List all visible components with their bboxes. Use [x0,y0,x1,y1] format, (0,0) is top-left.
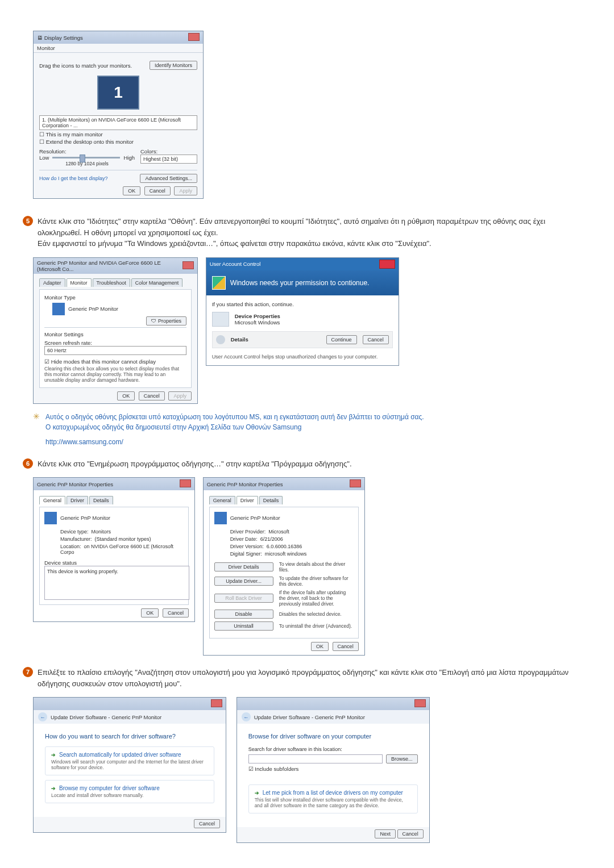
tab-general[interactable]: General [39,496,65,504]
tab-troubleshoot[interactable]: Troubleshoot [93,278,130,287]
device-properties-driver: Generic PnP Monitor Properties General D… [203,477,365,656]
pick-from-list-option[interactable]: ➔Let me pick from a list of device drive… [248,784,418,813]
uac-title: User Account Control [210,261,261,267]
step-6-text: Κάντε κλικ στο "Ενημέρωση προγράμματος ο… [38,458,591,470]
hide-modes-description: Clearing this check box allows you to se… [44,366,186,383]
uac-publisher: Microsoft Windows [235,319,280,326]
info-note: ✳ Αυτός ο οδηγός οθόνης βρίσκεται υπό κα… [33,412,591,447]
step-5-line2: Εάν εμφανιστεί το μήνυμα "Τα Windows χρε… [38,239,432,248]
identify-monitors-button[interactable]: Identify Monitors [150,61,197,70]
dialog-title: Generic PnP Monitor and NVIDIA GeForce 6… [37,260,181,272]
update-driver-button[interactable]: Update Driver... [214,577,273,586]
apply-button: Apply [174,186,197,195]
colors-dropdown[interactable]: Highest (32 bit) [140,155,197,164]
location-label: Search for driver software in this locat… [248,746,418,752]
wizard-heading: Browse for driver software on your compu… [248,733,418,740]
rollback-driver-button: Roll Back Driver [214,594,273,603]
refresh-rate-label: Screen refresh rate: [44,340,186,346]
step-7: 7 Επιλέξτε το πλαίσιο επιλογής "Αναζήτησ… [23,667,591,689]
tab-driver[interactable]: Driver [237,496,258,504]
window-buttons[interactable] [210,699,222,708]
browse-computer-option[interactable]: ➔Browse my computer for driver software … [45,780,214,803]
resolution-slider[interactable]: Low High [39,155,135,161]
refresh-rate-dropdown[interactable]: 60 Hertz [44,346,186,355]
device-status-box: This device is working properly. [44,566,189,600]
device-name: Generic PnP Monitor [60,515,110,521]
ok-button[interactable]: OK [123,186,140,195]
chevron-down-icon[interactable] [216,335,225,344]
samsung-link[interactable]: http://www.samsung.com/ [45,437,591,447]
monitor-icon [44,512,57,524]
monitor-icon [214,512,227,524]
tab-adapter[interactable]: Adapter [39,278,65,287]
step-number-badge: 6 [23,458,33,469]
step-7-text: Επιλέξτε το πλαίσιο επιλογής "Αναζήτηση … [38,667,591,689]
driver-details-button[interactable]: Driver Details [214,562,273,571]
device-status-label: Device status [44,560,184,566]
monitor-properties-dialog: Generic PnP Monitor and NVIDIA GeForce 6… [33,257,198,404]
device-name: Generic PnP Monitor [230,515,280,521]
uac-program-name: Device Properties [235,313,280,319]
tab-details[interactable]: Details [89,496,113,504]
uninstall-button[interactable]: Uninstall [214,621,273,631]
arrow-icon: ➔ [51,786,56,791]
monitor-icon [52,303,65,315]
device-properties-general: Generic PnP Monitor Properties General D… [33,477,195,622]
cancel-button[interactable]: Cancel [363,335,389,344]
ok-button[interactable]: OK [141,608,159,617]
cancel-button[interactable]: Cancel [144,186,171,195]
include-subfolders-checkbox[interactable]: ☑ Include subfolders [248,766,418,772]
location-input[interactable] [248,754,383,763]
monitor-thumbnail[interactable]: 1 [97,76,139,110]
uac-dialog: User Account Control Windows needs your … [206,257,399,366]
note-line2: Ο κατοχυρωμένος οδηγός θα δημοσιευτεί στ… [45,423,301,431]
update-driver-wizard-browse: ← Update Driver Software - Generic PnP M… [237,697,430,843]
uac-details-link[interactable]: Details [231,336,321,343]
window-buttons[interactable] [187,33,200,42]
browse-button[interactable]: Browse... [386,754,418,763]
continue-button[interactable]: Continue [326,335,357,344]
uac-message: Windows needs your permission to contion… [230,279,370,287]
search-automatically-option[interactable]: ➔Search automatically for updated driver… [45,746,214,775]
window-buttons[interactable] [349,479,361,489]
update-driver-wizard-search: ← Update Driver Software - Generic PnP M… [33,697,226,833]
cancel-button[interactable]: Cancel [194,819,220,828]
cancel-button[interactable]: Cancel [333,642,359,651]
tab-details[interactable]: Details [259,496,283,504]
main-monitor-checkbox: ☐ This is my main monitor [39,131,197,137]
step-number-badge: 5 [23,216,33,226]
menu-bar: Monitor [34,44,203,53]
ok-button[interactable]: OK [117,391,135,400]
window-buttons[interactable] [413,699,426,708]
next-button[interactable]: Next [375,829,396,838]
cancel-button[interactable]: Cancel [397,829,424,838]
advanced-settings-button[interactable]: Advanced Settings... [140,174,197,183]
tab-monitor[interactable]: Monitor [67,278,92,287]
tab-driver[interactable]: Driver [67,496,88,504]
window-buttons[interactable] [181,261,194,270]
sparkle-icon: ✳ [33,412,41,420]
hide-modes-checkbox[interactable]: ☑ Hide modes that this monitor cannot di… [44,358,186,365]
back-icon[interactable]: ← [38,712,47,721]
display-settings-dialog: 🖥 Display Settings Monitor Drag the icon… [33,31,204,199]
adapter-dropdown[interactable]: 1. (Multiple Monitors) on NVIDIA GeForce… [39,115,197,130]
uac-started-text: If you started this action, continue. [212,301,393,307]
colors-label: Colors: [140,148,197,155]
tab-color-management[interactable]: Color Management [131,278,183,287]
disable-button[interactable]: Disable [214,610,273,619]
ok-button[interactable]: OK [311,642,329,651]
back-icon[interactable]: ← [242,712,251,721]
help-link[interactable]: How do I get the best display? [39,176,108,181]
step-5: 5 Κάντε κλικ στο "Ιδιότητες" στην καρτέλ… [23,216,591,249]
step-6: 6 Κάντε κλικ στο "Ενημέρωση προγράμματος… [23,458,591,470]
close-icon[interactable] [379,260,395,269]
tab-general[interactable]: General [209,496,235,504]
cancel-button[interactable]: Cancel [163,608,189,617]
extend-desktop-checkbox: ☐ Extend the desktop onto this monitor [39,139,197,145]
window-buttons[interactable] [179,479,191,489]
program-icon [212,312,229,327]
wizard-header: Update Driver Software - Generic PnP Mon… [254,714,365,720]
properties-button[interactable]: 🛡 Properties [146,316,186,326]
arrow-icon: ➔ [51,752,56,758]
cancel-button[interactable]: Cancel [139,391,165,400]
